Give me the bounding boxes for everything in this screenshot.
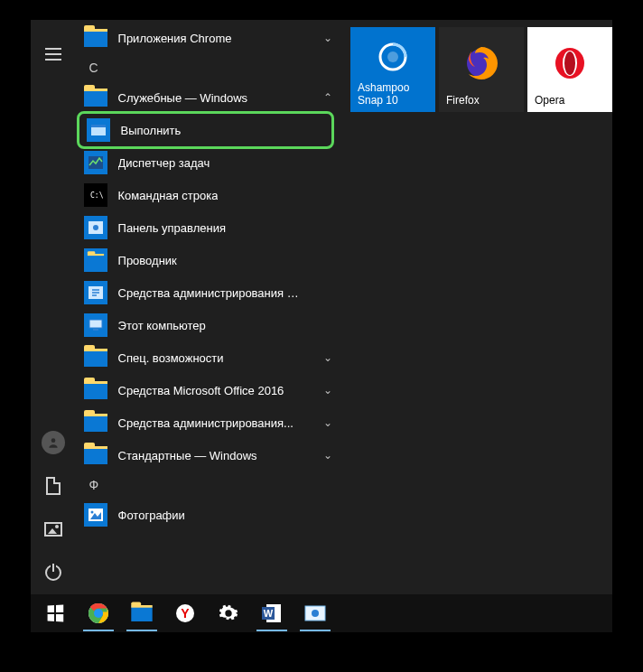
this-pc-icon (84, 313, 107, 337)
tile-label: Opera (535, 94, 605, 107)
taskbar-chrome[interactable] (78, 595, 119, 631)
folder-icon (84, 26, 107, 50)
app-admin-tools[interactable]: Средства администрирования Wi... (77, 276, 345, 309)
svg-point-18 (564, 51, 575, 75)
chevron-down-icon: ⌄ (323, 416, 332, 429)
app-label: Служебные — Windows (118, 91, 248, 105)
pictures-icon[interactable] (32, 508, 75, 551)
app-office-tools-folder[interactable]: Средства Microsoft Office 2016 ⌄ (77, 374, 345, 406)
app-label: Фотографии (118, 509, 185, 522)
ashampoo-icon (358, 33, 428, 81)
tile-label: Ashampoo Snap 10 (358, 81, 428, 107)
svg-rect-8 (89, 320, 102, 328)
tile-ashampoo[interactable]: Ashampoo Snap 10 (350, 27, 435, 112)
start-tiles: Ashampoo Snap 10 Firefox Opera (345, 20, 612, 594)
app-label: Диспетчер задач (118, 156, 210, 170)
app-label: Средства администрирования Wi... (118, 286, 308, 300)
app-accessibility-folder[interactable]: Спец. возможности ⌄ (77, 341, 345, 374)
folder-icon (84, 346, 107, 369)
app-this-pc[interactable]: Этот компьютер (77, 309, 345, 341)
start-leftrail (31, 20, 77, 594)
admin-tools-icon (84, 281, 107, 304)
app-photos[interactable]: Фотографии (77, 499, 345, 531)
app-cmd[interactable]: C:\ Командная строка (77, 179, 345, 211)
svg-rect-9 (93, 329, 98, 331)
start-button[interactable] (34, 595, 76, 631)
chevron-down-icon: ⌄ (323, 449, 332, 462)
folder-icon (84, 86, 107, 109)
svg-text:C:\: C:\ (90, 191, 103, 200)
letter-header-f[interactable]: Ф (77, 471, 345, 499)
power-icon[interactable] (32, 551, 75, 594)
app-label: Панель управления (118, 221, 226, 235)
photos-icon (84, 503, 107, 527)
taskbar-settings[interactable] (208, 595, 249, 631)
taskbar-word[interactable]: W (251, 595, 293, 631)
hamburger-icon[interactable] (32, 33, 75, 76)
app-accessories-folder[interactable]: Стандартные — Windows ⌄ (77, 439, 345, 471)
app-chrome-apps-folder[interactable]: Приложения Chrome ⌄ (77, 22, 345, 54)
firefox-icon (446, 33, 517, 94)
taskmgr-icon (84, 151, 107, 174)
tile-label: Firefox (446, 94, 517, 107)
taskbar-snap[interactable] (294, 595, 336, 631)
svg-rect-2 (91, 125, 106, 127)
chevron-down-icon: ⌄ (323, 351, 332, 364)
word-icon: W (261, 602, 283, 624)
chevron-up-icon: ⌃ (323, 91, 332, 104)
app-label: Этот компьютер (118, 319, 206, 332)
app-label: Командная строка (118, 189, 219, 202)
folder-icon (84, 443, 107, 467)
app-run[interactable]: Выполнить (77, 111, 334, 149)
folder-icon (84, 411, 107, 434)
app-taskmgr[interactable]: Диспетчер задач (77, 146, 345, 179)
svg-point-29 (312, 610, 319, 617)
svg-point-6 (93, 225, 98, 230)
user-avatar[interactable] (32, 421, 75, 464)
tile-firefox[interactable]: Firefox (439, 27, 524, 112)
app-label: Выполнить (121, 124, 182, 137)
tile-opera[interactable]: Opera (527, 27, 612, 112)
chevron-down-icon: ⌄ (323, 32, 332, 44)
taskbar-explorer[interactable] (121, 595, 163, 631)
gear-icon (219, 603, 238, 623)
taskbar-yandex[interactable]: Y (164, 595, 206, 631)
app-label: Проводник (118, 254, 177, 267)
snap-icon (304, 603, 326, 623)
windows-logo-icon (48, 605, 64, 622)
app-label: Приложения Chrome (118, 32, 232, 45)
start-menu: Приложения Chrome ⌄ С Служебные — Window… (31, 20, 612, 594)
chevron-down-icon: ⌄ (323, 384, 332, 397)
svg-point-14 (387, 51, 398, 62)
run-icon (87, 118, 110, 142)
app-control-panel[interactable]: Панель управления (77, 211, 345, 244)
svg-point-12 (90, 511, 93, 514)
letter-header-c[interactable]: С (77, 54, 345, 81)
explorer-icon (130, 604, 154, 622)
app-label: Средства Microsoft Office 2016 (118, 384, 284, 397)
svg-point-0 (51, 438, 56, 443)
app-explorer[interactable]: Проводник (77, 244, 345, 276)
opera-icon (535, 33, 605, 94)
app-list[interactable]: Приложения Chrome ⌄ С Служебные — Window… (77, 20, 345, 594)
explorer-icon (84, 248, 107, 272)
app-label: Средства администрирования... (118, 416, 294, 430)
yandex-icon: Y (175, 603, 195, 623)
cmd-icon: C:\ (84, 183, 107, 207)
chrome-icon (88, 602, 109, 624)
taskbar: Y W (31, 594, 612, 632)
app-label: Спец. возможности (118, 351, 224, 365)
app-label: Стандартные — Windows (118, 449, 257, 462)
documents-icon[interactable] (32, 464, 75, 508)
app-admin-tools-folder[interactable]: Средства администрирования... ⌄ (77, 406, 345, 439)
app-windows-tools-folder[interactable]: Служебные — Windows ⌃ (77, 81, 345, 114)
svg-text:Y: Y (181, 606, 190, 621)
folder-icon (84, 378, 107, 402)
control-panel-icon (84, 216, 107, 239)
svg-text:W: W (264, 608, 274, 619)
